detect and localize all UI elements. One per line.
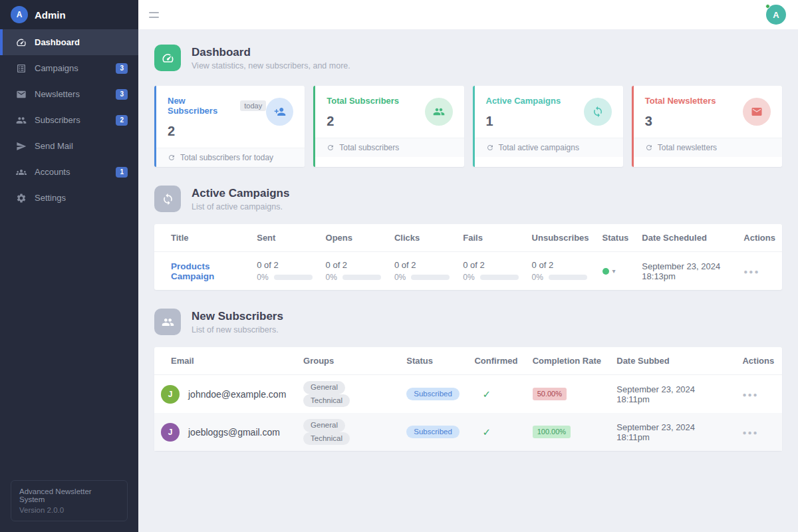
sidebar-item-send-mail[interactable]: Send Mail (0, 133, 138, 159)
date-scheduled: September 23, 2024 18:13pm (635, 252, 737, 291)
date-subbed: September 23, 2024 18:11pm (610, 413, 735, 451)
col-fails: Fails (456, 224, 525, 252)
user-menu[interactable]: A (766, 5, 786, 25)
users-icon (16, 115, 27, 126)
col-status: Status (400, 347, 467, 375)
col-sent: Sent (250, 224, 319, 252)
envelope-icon (16, 89, 27, 100)
campaigns-count-badge: 3 (116, 63, 128, 74)
envelope-icon (743, 98, 771, 126)
stat-value: 1 (486, 114, 561, 129)
active-campaigns-header: Active Campaigns List of active campaign… (154, 186, 782, 212)
today-badge: today (240, 100, 266, 111)
sidebar-item-campaigns[interactable]: Campaigns 3 (0, 55, 138, 81)
page-header: Dashboard View statistics, new subscribe… (154, 45, 782, 71)
row-actions-button[interactable]: ●●● (743, 268, 759, 275)
brand[interactable]: A Admin (0, 0, 138, 29)
stat-card-active-campaigns: Active Campaigns 1 Total active campaign… (473, 86, 623, 167)
sidebar-item-dashboard[interactable]: Dashboard (0, 29, 138, 55)
col-title: Title (154, 224, 250, 252)
stat-footer: Total active campaigns (475, 138, 623, 157)
date-subbed: September 23, 2024 18:11pm (610, 375, 735, 414)
new-subscribers-header: New Subscribers List of new subscribers. (154, 309, 782, 335)
status-badge: Subscribed (406, 388, 460, 401)
row-actions-button[interactable]: ●●● (742, 429, 758, 436)
sidebar-item-settings[interactable]: Settings (0, 185, 138, 211)
col-completion-rate: Completion Rate (526, 347, 610, 375)
stat-title: New Subscribers (168, 96, 235, 116)
sidebar-item-label: Subscribers (35, 115, 108, 125)
col-opens: Opens (319, 224, 388, 252)
progress-bar (411, 275, 450, 280)
page-subtitle: View statistics, new subscribers, and mo… (192, 61, 350, 70)
stat-footer: Total subscribers for today (156, 148, 305, 167)
chevron-down-icon: ▾ (612, 267, 616, 275)
sidebar-item-newsletters[interactable]: Newsletters 3 (0, 81, 138, 107)
row-actions-button[interactable]: ●●● (742, 391, 758, 398)
sidebar-item-label: Send Mail (35, 141, 128, 151)
paper-plane-icon (16, 141, 27, 152)
opens-metric: 0 of 2 0% (319, 252, 388, 291)
users-icon (425, 98, 453, 126)
stat-card-total-subscribers: Total Subscribers 2 Total subscribers (313, 86, 464, 167)
refresh-icon (645, 144, 653, 152)
subscriber-email: johndoe@example.com (188, 389, 286, 400)
stat-footer-label: Total subscribers (339, 143, 399, 152)
stat-card-new-subscribers: New Subscribers today 2 Total subscriber… (154, 86, 305, 167)
sidebar-item-label: Accounts (35, 167, 108, 177)
brand-avatar: A (11, 6, 28, 23)
refresh-icon (486, 144, 494, 152)
stat-footer-label: Total subscribers for today (180, 153, 273, 162)
progress-bar (342, 275, 381, 280)
campaign-title-link[interactable]: Products Campaign (171, 261, 214, 281)
status-badge: Subscribed (406, 426, 460, 439)
users-icon (154, 309, 181, 335)
col-unsubscribes: Unsubscribes (525, 224, 596, 252)
avatar: J (161, 423, 180, 442)
section-title: New Subscribers (192, 310, 283, 323)
app-version: Version 2.0.0 (19, 506, 119, 514)
page-title: Dashboard (192, 46, 350, 59)
stat-value: 2 (168, 124, 266, 139)
stat-value: 3 (645, 114, 716, 129)
sidebar-item-label: Settings (35, 193, 128, 203)
topbar: A (138, 0, 798, 29)
fails-metric: 0 of 2 0% (456, 252, 525, 291)
stat-card-total-newsletters: Total Newsletters 3 Total newsletters (632, 86, 782, 167)
col-status: Status (596, 224, 636, 252)
campaigns-table: Title Sent Opens Clicks Fails Unsubscrib… (154, 224, 782, 290)
col-actions: Actions (735, 347, 782, 375)
main-area: A Dashboard View statistics, new subscri… (138, 0, 798, 532)
sidebar: A Admin Dashboard Campaigns 3 Newsletter… (0, 0, 138, 532)
subscribers-table: Email Groups Status Confirmed Completion… (154, 347, 782, 451)
progress-bar (549, 275, 587, 280)
group-badge: General (303, 381, 345, 394)
col-date-subbed: Date Subbed (610, 347, 735, 375)
check-icon: ✓ (482, 388, 491, 400)
sidebar-version-box: Advanced Newsletter System Version 2.0.0 (11, 480, 128, 521)
col-clicks: Clicks (388, 224, 456, 252)
check-icon: ✓ (482, 426, 491, 438)
subscribers-count-badge: 2 (116, 115, 128, 126)
refresh-icon (168, 154, 176, 162)
col-email: Email (154, 347, 297, 375)
col-date-scheduled: Date Scheduled (635, 224, 737, 252)
menu-toggle-icon[interactable] (149, 9, 159, 21)
sidebar-item-subscribers[interactable]: Subscribers 2 (0, 107, 138, 133)
online-indicator (765, 4, 770, 9)
stat-cards: New Subscribers today 2 Total subscriber… (154, 86, 782, 167)
sidebar-item-accounts[interactable]: Accounts 1 (0, 159, 138, 185)
stat-title: Total Newsletters (645, 96, 716, 106)
section-title: Active Campaigns (192, 187, 289, 200)
brand-name: Admin (35, 9, 66, 21)
subscriber-row: J joebloggs@gmail.com General Technical … (154, 413, 782, 451)
refresh-icon (327, 144, 334, 152)
page-content: Dashboard View statistics, new subscribe… (138, 29, 798, 485)
sidebar-item-label: Dashboard (35, 37, 128, 47)
stat-footer-label: Total active campaigns (499, 143, 579, 152)
status-dropdown[interactable]: ▾ (602, 267, 629, 275)
subscriber-row: J johndoe@example.com General Technical … (154, 375, 782, 414)
stat-title: Total Subscribers (327, 96, 399, 106)
stat-value: 2 (327, 114, 399, 129)
subscriber-email: joebloggs@gmail.com (188, 427, 280, 438)
